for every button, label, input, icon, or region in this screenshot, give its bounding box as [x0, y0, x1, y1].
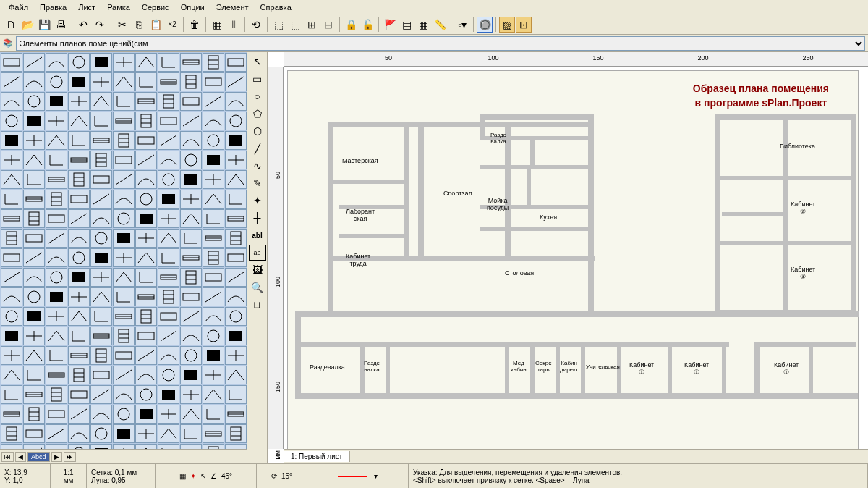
library-symbol[interactable]	[68, 170, 90, 189]
library-symbol[interactable]	[180, 190, 202, 209]
library-symbol[interactable]	[1, 72, 22, 91]
library-symbol[interactable]	[180, 112, 202, 130]
library-symbol[interactable]	[46, 366, 67, 384]
grid-toggle-icon[interactable]: ▦	[179, 472, 186, 480]
library-symbol[interactable]	[23, 190, 45, 209]
library-symbol[interactable]	[113, 346, 135, 365]
library-symbol[interactable]	[203, 327, 224, 345]
library-symbol[interactable]	[1, 268, 22, 287]
lib-nav-next[interactable]: ▶	[51, 452, 62, 462]
line-tool-icon[interactable]: ╱	[249, 140, 266, 156]
library-symbol[interactable]	[90, 151, 112, 169]
library-symbol[interactable]	[158, 151, 179, 169]
library-symbol[interactable]	[225, 112, 247, 130]
library-symbol[interactable]	[68, 209, 90, 228]
library-symbol[interactable]	[158, 366, 179, 384]
library-symbol[interactable]	[225, 405, 247, 424]
library-symbol[interactable]	[113, 190, 135, 209]
library-symbol[interactable]	[158, 72, 179, 91]
library-symbol[interactable]	[113, 131, 135, 150]
library-symbol[interactable]	[1, 327, 22, 345]
library-symbol[interactable]	[158, 287, 179, 306]
angle-45-icon[interactable]: ∠	[210, 472, 217, 480]
library-symbol[interactable]	[158, 327, 179, 345]
library-symbol[interactable]	[203, 131, 224, 150]
rotate-icon[interactable]: ⟲	[248, 17, 264, 33]
library-symbol[interactable]	[225, 268, 247, 287]
menu-sheet[interactable]: Лист	[72, 1, 101, 13]
library-symbol[interactable]	[113, 405, 135, 424]
library-symbol[interactable]	[68, 72, 90, 91]
library-symbol[interactable]	[46, 170, 67, 189]
paste-icon[interactable]: 📋	[148, 17, 163, 33]
library-symbol[interactable]	[46, 112, 67, 130]
frame-icon[interactable]: ⊡	[516, 17, 532, 33]
library-symbol[interactable]	[46, 229, 67, 248]
library-symbol[interactable]	[180, 268, 202, 287]
zoom-fit-icon[interactable]: 🔘	[477, 17, 493, 33]
library-symbol[interactable]	[135, 405, 157, 424]
library-symbol[interactable]	[180, 92, 202, 111]
library-symbol[interactable]	[180, 131, 202, 150]
special-tool-icon[interactable]: ⬡	[249, 123, 266, 139]
library-symbol[interactable]	[225, 72, 247, 91]
library-symbol[interactable]	[23, 72, 45, 91]
library-symbol[interactable]	[113, 229, 135, 248]
library-symbol[interactable]	[1, 346, 22, 365]
library-symbol[interactable]	[225, 346, 247, 365]
library-symbol[interactable]	[90, 190, 112, 209]
library-symbol[interactable]	[203, 385, 224, 404]
library-symbol[interactable]	[23, 424, 45, 443]
textbox-tool-icon[interactable]: ab	[249, 245, 266, 261]
image-tool-icon[interactable]: 🖼	[249, 262, 266, 278]
sheet-tab-1[interactable]: 1: Первый лист	[284, 451, 350, 462]
line-style-dropdown[interactable]: ▾	[374, 472, 378, 480]
back-icon[interactable]: ⬚	[287, 17, 303, 33]
library-symbol[interactable]	[203, 170, 224, 189]
library-symbol[interactable]	[180, 248, 202, 267]
library-symbol[interactable]	[1, 405, 22, 424]
library-symbol[interactable]	[90, 346, 112, 365]
library-symbol[interactable]	[135, 248, 157, 267]
cut-icon[interactable]: ✂	[114, 17, 130, 33]
flag-icon[interactable]: 🚩	[382, 17, 398, 33]
library-symbol[interactable]	[113, 424, 135, 443]
library-symbol[interactable]	[180, 229, 202, 248]
library-symbol[interactable]	[46, 405, 67, 424]
library-symbol[interactable]	[135, 307, 157, 326]
distribute-icon[interactable]: ⫴	[226, 17, 242, 33]
library-symbol[interactable]	[225, 92, 247, 111]
menu-edit[interactable]: Правка	[34, 1, 72, 13]
library-symbol[interactable]	[90, 405, 112, 424]
library-symbol[interactable]	[203, 287, 224, 306]
library-symbol[interactable]	[203, 151, 224, 169]
library-symbol[interactable]	[68, 53, 90, 72]
library-symbol[interactable]	[68, 131, 90, 150]
library-symbol[interactable]	[158, 229, 179, 248]
library-symbol[interactable]	[158, 268, 179, 287]
library-symbol[interactable]	[135, 346, 157, 365]
library-symbol[interactable]	[1, 424, 22, 443]
library-symbol[interactable]	[225, 190, 247, 209]
pointer-tool-icon[interactable]: ↖	[249, 54, 266, 70]
library-symbol[interactable]	[203, 307, 224, 326]
rotate-step-icon[interactable]: ⟳	[271, 472, 277, 480]
library-symbol[interactable]	[1, 229, 22, 248]
library-symbol[interactable]	[1, 190, 22, 209]
library-symbol[interactable]	[225, 424, 247, 443]
library-symbol[interactable]	[113, 366, 135, 384]
library-symbol[interactable]	[1, 366, 22, 384]
library-symbol[interactable]	[113, 53, 135, 72]
library-symbol[interactable]	[113, 72, 135, 91]
library-symbol[interactable]	[23, 209, 45, 228]
library-symbol[interactable]	[113, 112, 135, 130]
align-icon[interactable]: ▦	[209, 17, 225, 33]
unlock-icon[interactable]: 🔓	[359, 17, 375, 33]
lib-nav-prev[interactable]: ◀	[15, 452, 26, 462]
menu-help[interactable]: Справка	[255, 1, 297, 13]
library-symbol[interactable]	[135, 131, 157, 150]
library-symbol[interactable]	[68, 424, 90, 443]
library-symbol[interactable]	[203, 209, 224, 228]
library-symbol[interactable]	[203, 53, 224, 72]
library-symbol[interactable]	[46, 151, 67, 169]
